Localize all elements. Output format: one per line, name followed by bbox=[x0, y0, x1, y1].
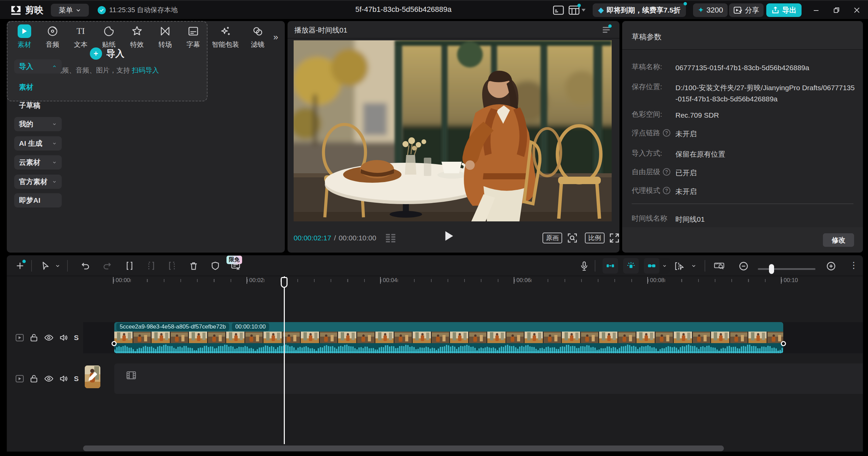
export-icon bbox=[771, 6, 780, 14]
play-button[interactable] bbox=[444, 231, 454, 241]
cursor-mode-button[interactable] bbox=[674, 261, 686, 271]
timeline-ruler[interactable] bbox=[114, 279, 788, 282]
overlay-track-lane[interactable] bbox=[114, 363, 863, 394]
tab-text[interactable]: TI 文本 bbox=[71, 24, 90, 49]
notification-dot bbox=[577, 4, 581, 7]
link-clips-chevron[interactable] bbox=[659, 258, 670, 274]
sidebar-item-official[interactable]: 官方素材 bbox=[14, 175, 62, 189]
clip-left-trim-handle[interactable] bbox=[112, 341, 117, 346]
player-controls: 00:00:02:17 / 00:00:10:00 原画 比例 bbox=[288, 224, 619, 253]
record-voiceover-button[interactable] bbox=[579, 261, 589, 271]
tab-material[interactable]: 素材 bbox=[15, 24, 34, 49]
vip-renew-button[interactable]: ◆ 即将到期，续费享7.5折 bbox=[593, 3, 686, 17]
app-logo: 剪映 bbox=[10, 4, 43, 16]
fullscreen-icon[interactable] bbox=[609, 233, 620, 243]
filter-icon bbox=[252, 24, 263, 38]
link-clips-toggle[interactable] bbox=[644, 258, 659, 274]
panel-caret-icon[interactable] bbox=[581, 8, 586, 12]
menu-button-label: 菜单 bbox=[59, 5, 73, 15]
draft-parameters-panel: 草稿参数 草稿名称: 06777135-015f-47b1-83cb-5d56b… bbox=[622, 21, 863, 253]
minimize-button[interactable] bbox=[811, 5, 821, 15]
video-preview[interactable] bbox=[294, 40, 612, 221]
chevron-down-icon bbox=[52, 180, 57, 184]
zoom-out-button[interactable] bbox=[738, 261, 749, 271]
timeline-zoom-slider[interactable] bbox=[758, 268, 815, 270]
delete-button[interactable] bbox=[189, 261, 198, 271]
music-disc-icon bbox=[47, 24, 58, 38]
sidebar-item-import[interactable]: 导入 bbox=[14, 59, 62, 74]
share-button[interactable]: 分享 bbox=[729, 3, 764, 17]
select-tool-chevron-icon[interactable] bbox=[55, 263, 60, 268]
trim-right-button[interactable] bbox=[167, 261, 177, 271]
sidebar-item-dreamina[interactable]: 即梦AI bbox=[14, 193, 62, 207]
tab-captions[interactable]: 字幕 bbox=[184, 24, 203, 49]
ratio-button[interactable]: 比例 bbox=[585, 233, 605, 243]
caption-panel-toggle[interactable] bbox=[553, 5, 564, 15]
track-type-icon bbox=[15, 375, 24, 383]
text-icon: TI bbox=[77, 24, 85, 38]
original-quality-button[interactable]: 原画 bbox=[542, 233, 562, 243]
mute-icon[interactable] bbox=[59, 375, 68, 383]
menu-button[interactable]: 菜单 bbox=[51, 4, 89, 17]
mute-icon[interactable] bbox=[59, 334, 68, 342]
frame-grid-icon[interactable] bbox=[385, 233, 397, 243]
tab-audio[interactable]: 音频 bbox=[43, 24, 62, 49]
lock-icon[interactable] bbox=[30, 374, 38, 383]
playhead-line[interactable] bbox=[284, 276, 285, 444]
track2-controls: S bbox=[7, 363, 83, 394]
mask-button[interactable] bbox=[211, 261, 220, 271]
more-tabs-icon[interactable]: » bbox=[273, 32, 278, 42]
solo-toggle[interactable]: S bbox=[74, 375, 79, 383]
tracks-panel-toggle[interactable] bbox=[568, 5, 580, 15]
ruler-label: 00:04 bbox=[380, 277, 397, 284]
close-button[interactable] bbox=[852, 5, 862, 15]
sidebar-item-material[interactable]: 素材 bbox=[14, 80, 62, 94]
cursor-mode-chevron[interactable] bbox=[691, 263, 696, 268]
add-track-button[interactable] bbox=[15, 261, 25, 271]
tab-sticker[interactable]: 贴纸 bbox=[99, 24, 118, 49]
lock-icon[interactable] bbox=[30, 333, 38, 342]
draft-panel-title: 草稿参数 bbox=[632, 32, 662, 42]
video-clip[interactable]: 5ccee2a9-98e3-4e58-a805-df57cefbe72b 00:… bbox=[114, 322, 783, 353]
tab-smart-pack[interactable]: 智能包装 bbox=[212, 24, 239, 49]
playhead-handle[interactable] bbox=[281, 277, 288, 288]
modify-button[interactable]: 修改 bbox=[823, 233, 854, 247]
tab-filters[interactable]: 滤镜 bbox=[248, 24, 267, 49]
export-button[interactable]: 导出 bbox=[766, 3, 802, 17]
star-icon bbox=[131, 24, 143, 38]
redo-button[interactable] bbox=[102, 261, 112, 271]
help-icon[interactable]: ? bbox=[663, 168, 670, 176]
credits-button[interactable]: ✦ 3200 bbox=[693, 3, 728, 17]
preview-snap-toggle[interactable] bbox=[623, 258, 639, 274]
tab-transition[interactable]: 转场 bbox=[156, 24, 175, 49]
more-options-icon[interactable]: ⋮ bbox=[849, 260, 858, 271]
restore-button[interactable] bbox=[831, 5, 842, 15]
sidebar-item-ai-generate[interactable]: AI 生成 bbox=[14, 136, 62, 151]
sidebar-item-mine[interactable]: 我的 bbox=[14, 117, 62, 131]
help-icon[interactable]: ? bbox=[663, 129, 670, 137]
visibility-icon[interactable] bbox=[44, 375, 54, 383]
select-tool-button[interactable] bbox=[41, 261, 50, 271]
zoom-in-button[interactable] bbox=[826, 261, 836, 271]
tab-effects[interactable]: 特效 bbox=[127, 24, 146, 49]
undo-button[interactable] bbox=[81, 261, 90, 271]
sidebar-item-cloud[interactable]: 云素材 bbox=[14, 155, 62, 170]
solo-toggle[interactable]: S bbox=[74, 334, 79, 342]
chevron-down-icon bbox=[76, 7, 81, 13]
timeline-zoom-slider-handle[interactable] bbox=[769, 264, 774, 274]
split-clip-button[interactable] bbox=[125, 261, 134, 271]
sidebar-item-subdraft[interactable]: 子草稿 bbox=[14, 98, 62, 113]
fit-timeline-button[interactable] bbox=[714, 261, 725, 271]
snap-to-edge-toggle[interactable] bbox=[603, 258, 618, 274]
help-icon[interactable]: ? bbox=[663, 187, 670, 194]
overlay-clip-thumbnail[interactable] bbox=[85, 365, 100, 388]
timeline-horizontal-scrollbar[interactable] bbox=[83, 445, 724, 451]
preview-zoom-icon[interactable] bbox=[567, 233, 578, 243]
scan-import-link[interactable]: 扫码导入 bbox=[132, 66, 159, 74]
clip-right-trim-handle[interactable] bbox=[781, 341, 786, 346]
trim-left-button[interactable] bbox=[146, 261, 156, 271]
player-menu-icon[interactable] bbox=[602, 26, 611, 34]
ruler-label: 00:06 bbox=[514, 277, 531, 284]
visibility-icon[interactable] bbox=[44, 334, 54, 342]
chevron-down-icon bbox=[52, 160, 57, 164]
